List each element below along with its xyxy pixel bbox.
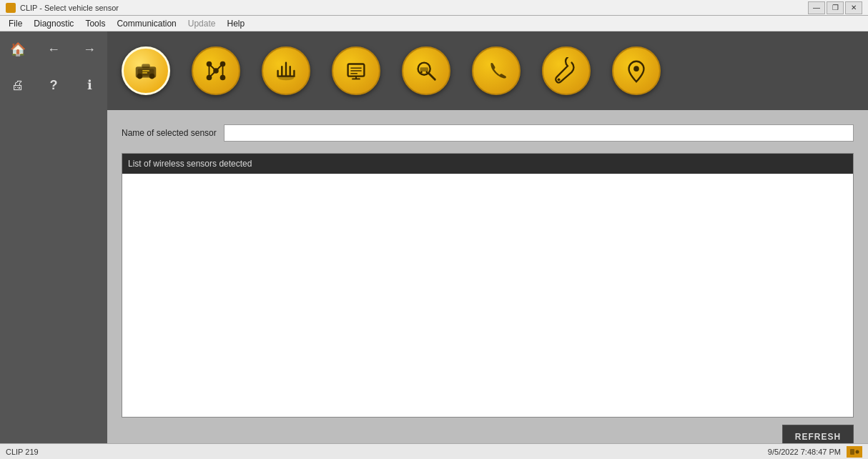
sensor-name-input[interactable] (224, 124, 854, 142)
forward-button[interactable]: → (71, 31, 107, 67)
clip-version: CLIP 219 (6, 448, 39, 456)
datetime: 9/5/2022 7:48:47 PM (768, 448, 841, 456)
svg-rect-32 (850, 449, 854, 455)
minimize-button[interactable]: — (808, 1, 825, 14)
menu-update[interactable]: Update (182, 17, 222, 30)
toolbar-touch[interactable] (262, 46, 310, 95)
toolbar-reports[interactable] (332, 46, 380, 95)
close-button[interactable]: ✕ (845, 1, 862, 14)
sensor-name-label: Name of selected sensor (122, 128, 217, 138)
svg-point-28 (426, 71, 428, 73)
app-icon (6, 3, 16, 13)
title-bar-text: CLIP - Select vehicle sensor (20, 4, 119, 12)
maximize-button[interactable]: ❐ (827, 1, 844, 14)
svg-point-27 (420, 71, 423, 73)
status-right: 9/5/2022 7:48:47 PM (768, 446, 862, 458)
svg-line-13 (209, 64, 217, 71)
print-button[interactable]: 🖨 (0, 67, 36, 103)
sensor-list-body[interactable] (122, 174, 853, 417)
menu-tools[interactable]: Tools (79, 17, 111, 30)
svg-rect-18 (348, 64, 365, 76)
svg-point-17 (278, 75, 295, 81)
svg-point-3 (149, 74, 155, 79)
title-bar: CLIP - Select vehicle sensor — ❐ ✕ (0, 0, 868, 16)
sidebar: 🏠 ← → 🖨 ? ℹ (0, 31, 107, 446)
toolbar-phone[interactable] (472, 46, 521, 95)
svg-rect-4 (142, 64, 149, 69)
help-button[interactable]: ? (36, 67, 71, 103)
info-button[interactable]: ℹ (71, 67, 107, 103)
menu-communication[interactable]: Communication (111, 17, 182, 30)
sensor-name-row: Name of selected sensor (122, 124, 854, 142)
title-bar-left: CLIP - Select vehicle sensor (6, 3, 119, 13)
menu-help[interactable]: Help (221, 17, 250, 30)
sensor-list-header-text: List of wireless sensors detected (128, 159, 252, 169)
status-bar: CLIP 219 9/5/2022 7:48:47 PM (0, 443, 868, 459)
toolbar-tools[interactable] (542, 46, 591, 95)
svg-line-16 (209, 71, 217, 78)
menu-diagnostic[interactable]: Diagnostic (28, 17, 79, 30)
title-bar-controls[interactable]: — ❐ ✕ (808, 1, 862, 14)
menu-file[interactable]: File (3, 17, 28, 30)
sensor-list-header: List of wireless sensors detected (122, 154, 853, 174)
toolbar-search[interactable] (402, 46, 450, 95)
menu-bar: File Diagnostic Tools Communication Upda… (0, 16, 868, 31)
sidebar-top-row: 🏠 ← → (0, 31, 107, 67)
svg-point-30 (633, 66, 639, 71)
sensor-list-panel: List of wireless sensors detected (122, 153, 854, 418)
toolbar-location[interactable] (612, 46, 661, 95)
main-content: Name of selected sensor List of wireless… (107, 110, 868, 443)
svg-point-2 (137, 74, 143, 79)
svg-rect-26 (420, 67, 428, 71)
svg-line-25 (429, 74, 435, 80)
svg-line-14 (216, 64, 223, 71)
svg-point-33 (856, 450, 859, 453)
toolbar (107, 31, 868, 110)
sidebar-bottom-row: 🖨 ? ℹ (0, 67, 107, 103)
back-button[interactable]: ← (36, 31, 71, 67)
svg-point-29 (558, 78, 561, 81)
toolbar-transmission[interactable] (192, 46, 240, 95)
connection-status-icon (847, 446, 862, 458)
toolbar-vehicle-diagnostics[interactable] (122, 46, 170, 95)
status-left: CLIP 219 (6, 448, 39, 456)
home-button[interactable]: 🏠 (0, 31, 36, 67)
